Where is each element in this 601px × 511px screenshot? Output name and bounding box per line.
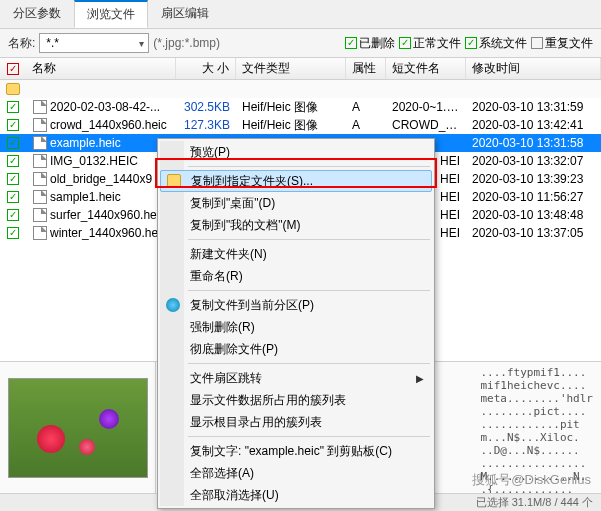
tab-sector-edit[interactable]: 扇区编辑: [148, 0, 222, 28]
table-row[interactable]: ✓crowd_1440x960.heic127.3KBHeif/Heic 图像A…: [0, 116, 601, 134]
disk-icon: [166, 298, 180, 312]
tab-bar: 分区参数 浏览文件 扇区编辑: [0, 0, 601, 29]
name-filter-combo[interactable]: *.* ▾: [39, 33, 149, 53]
filter-toolbar: 名称: *.* ▾ (*.jpg:*.bmp) ✓已删除 ✓正常文件 ✓系统文件…: [0, 29, 601, 58]
cm-new-folder[interactable]: 新建文件夹(N): [160, 243, 432, 265]
thumbnail-image: [8, 378, 148, 478]
status-text: 已选择 31.1M/8 / 444 个: [476, 495, 601, 510]
col-type[interactable]: 文件类型: [236, 58, 346, 79]
header-checkbox[interactable]: ✓: [7, 63, 19, 75]
cm-permanent-delete[interactable]: 彻底删除文件(P): [160, 338, 432, 360]
chk-deleted[interactable]: ✓已删除: [345, 35, 395, 52]
context-menu: 预览(P) 复制到指定文件夹(S)... 复制到"桌面"(D) 复制到"我的文档…: [157, 138, 435, 509]
col-attr[interactable]: 属性: [346, 58, 386, 79]
col-short[interactable]: 短文件名: [386, 58, 466, 79]
cm-show-clusters-root[interactable]: 显示根目录占用的簇列表: [160, 411, 432, 433]
cm-sector-jump[interactable]: 文件扇区跳转▶: [160, 367, 432, 389]
parent-folder-row[interactable]: [0, 80, 601, 98]
preview-pane: [0, 362, 156, 493]
filter-pattern: (*.jpg:*.bmp): [153, 36, 220, 50]
watermark: 搜狐号@DiskGenius: [472, 471, 591, 489]
name-filter-value: *.*: [46, 36, 59, 50]
name-label: 名称:: [8, 35, 35, 52]
chevron-right-icon: ▶: [416, 373, 424, 384]
cm-preview[interactable]: 预览(P): [160, 141, 432, 163]
chk-system[interactable]: ✓系统文件: [465, 35, 527, 52]
folder-icon: [167, 174, 181, 188]
tab-browse-files[interactable]: 浏览文件: [74, 0, 148, 28]
column-header: ✓ 名称 大 小 文件类型 属性 短文件名 修改时间: [0, 58, 601, 80]
col-size[interactable]: 大 小: [176, 58, 236, 79]
cm-rename[interactable]: 重命名(R): [160, 265, 432, 287]
cm-deselect-all[interactable]: 全部取消选择(U): [160, 484, 432, 506]
cm-select-all[interactable]: 全部选择(A): [160, 462, 432, 484]
col-mtime[interactable]: 修改时间: [466, 58, 601, 79]
folder-icon: [6, 83, 20, 95]
cm-copy-to-folder[interactable]: 复制到指定文件夹(S)...: [160, 170, 432, 192]
tab-partition-params[interactable]: 分区参数: [0, 0, 74, 28]
cm-copy-text[interactable]: 复制文字: "example.heic" 到剪贴板(C): [160, 440, 432, 462]
cm-show-clusters-data[interactable]: 显示文件数据所占用的簇列表: [160, 389, 432, 411]
cm-copy-to-docs[interactable]: 复制到"我的文档"(M): [160, 214, 432, 236]
chk-repeat[interactable]: 重复文件: [531, 35, 593, 52]
cm-force-delete[interactable]: 强制删除(R): [160, 316, 432, 338]
chevron-down-icon: ▾: [139, 38, 144, 49]
cm-copy-to-partition[interactable]: 复制文件到当前分区(P): [160, 294, 432, 316]
col-name[interactable]: 名称: [26, 58, 176, 79]
chk-normal[interactable]: ✓正常文件: [399, 35, 461, 52]
table-row[interactable]: ✓2020-02-03-08-42-...302.5KBHeif/Heic 图像…: [0, 98, 601, 116]
cm-copy-to-desktop[interactable]: 复制到"桌面"(D): [160, 192, 432, 214]
